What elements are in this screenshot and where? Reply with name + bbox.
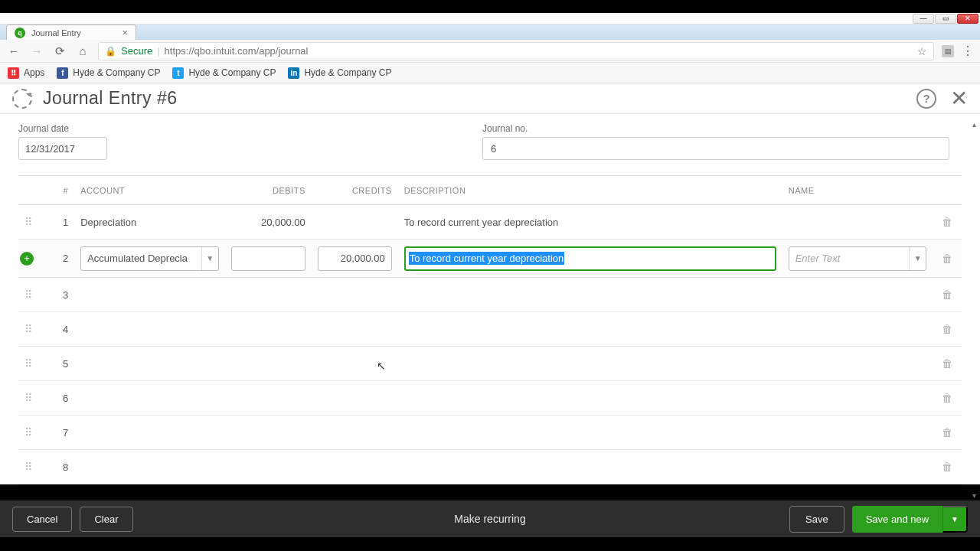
table-row[interactable]: ⠿7🗑: [18, 416, 962, 450]
account-cell[interactable]: Depreciation: [74, 205, 225, 240]
credit-input[interactable]: [318, 246, 392, 271]
table-row-active[interactable]: + 2 Accumulated Deprecia ▼ To record cur…: [18, 240, 962, 278]
help-button[interactable]: ?: [916, 89, 936, 109]
bookmark-fb[interactable]: f Hyde & Company CP: [57, 67, 160, 79]
table-header-row: # ACCOUNT DEBITS CREDITS DESCRIPTION NAM…: [18, 176, 962, 205]
col-credits: CREDITS: [312, 176, 398, 205]
drag-handle-icon[interactable]: ⠿: [24, 426, 32, 439]
url-input[interactable]: 🔒 Secure | https://qbo.intuit.com/app/jo…: [98, 42, 934, 60]
drag-handle-icon[interactable]: ⠿: [24, 323, 32, 335]
make-recurring-link[interactable]: Make recurring: [454, 513, 525, 525]
pdf-extension-icon[interactable]: ▤: [942, 45, 954, 57]
panel-close-button[interactable]: ✕: [950, 86, 968, 111]
secure-label: Secure: [121, 45, 152, 57]
table-row[interactable]: ⠿6🗑: [18, 381, 962, 416]
window-maximize-button[interactable]: ▭: [935, 14, 956, 24]
delete-row-icon[interactable]: 🗑: [942, 357, 952, 370]
selected-text: To record current year depreciation: [409, 252, 565, 265]
page-title: Journal Entry #6: [43, 88, 177, 109]
add-row-button[interactable]: +: [20, 252, 34, 266]
facebook-icon: f: [57, 67, 68, 79]
debit-cell[interactable]: 20,000.00: [225, 205, 312, 240]
save-and-new-button[interactable]: Save and new: [852, 506, 942, 533]
account-dropdown[interactable]: Accumulated Deprecia ▼: [80, 246, 219, 271]
bookmarks-bar: ⠿ Apps f Hyde & Company CP t Hyde & Comp…: [0, 63, 980, 83]
scroll-up-icon[interactable]: ▴: [972, 120, 980, 128]
drag-handle-icon[interactable]: ⠿: [24, 216, 32, 228]
nav-back-icon[interactable]: ←: [6, 44, 21, 57]
debit-input[interactable]: [231, 246, 305, 271]
tab-favicon-icon: q: [15, 28, 25, 38]
nav-home-icon[interactable]: ⌂: [75, 44, 90, 57]
url-text: https://qbo.intuit.com/app/journal: [165, 45, 309, 57]
journal-no-input[interactable]: [482, 137, 949, 160]
journal-table: # ACCOUNT DEBITS CREDITS DESCRIPTION NAM…: [0, 175, 980, 484]
nav-reload-icon[interactable]: ⟳: [52, 44, 67, 58]
delete-row-icon[interactable]: 🗑: [942, 253, 952, 265]
table-row[interactable]: ⠿ 1 Depreciation 20,000.00 To record cur…: [18, 205, 962, 240]
bookmark-tw[interactable]: t Hyde & Company CP: [172, 67, 276, 79]
twitter-icon: t: [172, 67, 184, 79]
journal-no-label: Journal no.: [482, 123, 949, 134]
table-row[interactable]: ⠿4🗑: [18, 312, 962, 347]
clear-button[interactable]: Clear: [80, 507, 132, 532]
browser-tab-bar: q Journal Entry ×: [0, 24, 980, 40]
delete-row-icon[interactable]: 🗑: [942, 392, 952, 404]
name-dropdown[interactable]: Enter Text ▼: [789, 246, 927, 271]
col-num: #: [42, 176, 74, 205]
delete-row-icon[interactable]: 🗑: [942, 461, 952, 473]
table-row[interactable]: ⠿3🗑: [18, 278, 962, 312]
window-minimize-button[interactable]: —: [913, 14, 934, 24]
window-chrome: — ▭ ✕: [0, 13, 980, 24]
window-close-button[interactable]: ✕: [957, 14, 978, 24]
journal-date-input[interactable]: [18, 137, 107, 160]
cancel-button[interactable]: Cancel: [12, 507, 72, 532]
browser-address-bar: ← → ⟳ ⌂ 🔒 Secure | https://qbo.intuit.co…: [0, 40, 980, 63]
col-name: NAME: [782, 176, 933, 205]
tab-close-icon[interactable]: ×: [122, 27, 128, 38]
browser-menu-icon[interactable]: ⋮: [962, 44, 974, 58]
browser-tab[interactable]: q Journal Entry ×: [6, 24, 136, 40]
drag-handle-icon[interactable]: ⠿: [24, 357, 32, 370]
col-account: ACCOUNT: [74, 176, 225, 205]
letterbox-top: [0, 0, 980, 13]
nav-forward-icon: →: [29, 44, 44, 57]
drag-handle-icon[interactable]: ⠿: [24, 289, 32, 301]
delete-row-icon[interactable]: 🗑: [942, 289, 952, 301]
delete-row-icon[interactable]: 🗑: [942, 426, 952, 439]
linkedin-icon: in: [288, 67, 299, 79]
credit-cell[interactable]: [312, 205, 398, 240]
desc-cell[interactable]: To record current year depreciation: [398, 205, 782, 240]
apps-button[interactable]: ⠿ Apps: [8, 67, 44, 79]
page-header: Journal Entry #6 ? ✕: [0, 83, 980, 114]
form-fields: Journal date Journal no.: [0, 114, 980, 175]
chevron-down-icon[interactable]: ▼: [909, 247, 926, 270]
drag-handle-icon[interactable]: ⠿: [24, 461, 32, 473]
scroll-down-icon[interactable]: ▾: [972, 491, 980, 499]
col-description: DESCRIPTION: [398, 176, 782, 205]
chevron-down-icon[interactable]: ▼: [201, 247, 218, 270]
bookmark-star-icon[interactable]: ☆: [917, 45, 927, 57]
bookmark-li[interactable]: in Hyde & Company CP: [288, 67, 391, 79]
recurring-icon: [12, 89, 32, 109]
letterbox-bottom: [0, 537, 980, 551]
save-dropdown-toggle[interactable]: ▼: [942, 506, 968, 533]
name-cell[interactable]: [782, 205, 933, 240]
delete-row-icon[interactable]: 🗑: [942, 323, 952, 335]
description-input[interactable]: To record current year depreciation: [404, 246, 776, 271]
save-button[interactable]: Save: [789, 506, 844, 533]
delete-row-icon[interactable]: 🗑: [942, 216, 952, 228]
journal-date-label: Journal date: [18, 123, 107, 134]
footer-bar: Cancel Clear Make recurring Save Save an…: [0, 500, 980, 537]
drag-handle-icon[interactable]: ⠿: [24, 392, 32, 404]
apps-icon: ⠿: [8, 67, 19, 79]
table-row[interactable]: ⠿5🗑: [18, 347, 962, 381]
col-debits: DEBITS: [225, 176, 312, 205]
lock-icon: 🔒: [105, 46, 116, 57]
tab-title: Journal Entry: [31, 28, 116, 37]
table-row[interactable]: ⠿8🗑: [18, 450, 962, 484]
